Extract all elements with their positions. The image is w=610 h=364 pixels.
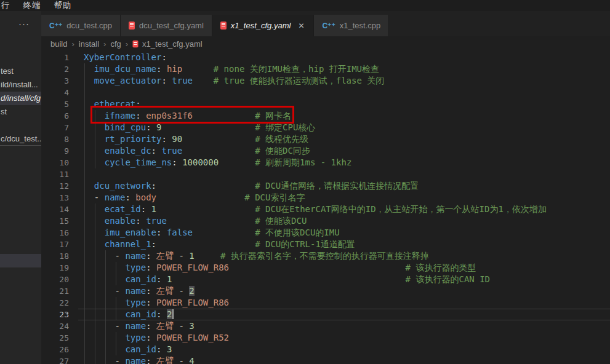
sidebar-item[interactable]: test [0, 65, 41, 78]
code-line[interactable]: 25 type: POWER_FLOW_R52 [41, 332, 610, 344]
line-number[interactable]: 22 [41, 297, 69, 309]
code-token: # DCU在EtherCAT网络中的ID，从主站开始，第一个从站ID为1，依次增… [255, 204, 547, 214]
code-line[interactable]: 22 type: POWER_FLOW_R86 [41, 297, 610, 309]
line-number[interactable]: 12 [41, 180, 69, 192]
code-token [193, 76, 214, 85]
code-line[interactable]: 18 - name: 左臂 - 1 # 执行器索引名字，不需要控制的执行器可直接… [41, 250, 610, 262]
line-number[interactable]: 10 [41, 157, 69, 168]
line-number[interactable]: 25 [41, 332, 69, 344]
code-line[interactable]: 13 - name: body # DCU索引名字 [41, 192, 610, 204]
code-line[interactable]: 10 cycle_time_ns: 1000000 # 刷新周期1ms - 1k… [41, 157, 610, 168]
line-number[interactable]: 26 [41, 344, 69, 355]
line-number[interactable]: 1 [41, 52, 69, 63]
code-line[interactable]: 3 move_actuator: true # true 使能执行器运动测试，f… [41, 75, 610, 87]
code-token: 1000000 [182, 157, 219, 167]
code-token: ethercat [94, 99, 135, 109]
code-line[interactable]: 2 imu_dcu_name: hip # none 关闭IMU检查，hip 打… [41, 63, 610, 75]
line-number[interactable]: 15 [41, 215, 69, 227]
code-line[interactable]: 19 type: POWER_FLOW_R86 # 该执行器的类型 [41, 262, 610, 274]
code-line[interactable]: 20 can_id: 1 # 该执行器的CAN ID [41, 274, 610, 285]
line-number[interactable]: 16 [41, 227, 69, 239]
code-line[interactable]: 15 enable: true # 使能该DCU [41, 215, 610, 227]
breadcrumb-segment[interactable]: cfg [110, 39, 121, 49]
tab-dcu_test_cfg.yaml[interactable]: dcu_test_cfg.yaml [121, 15, 212, 36]
line-number[interactable]: 17 [41, 239, 69, 250]
sidebar-item[interactable]: d/install/cfg [0, 92, 41, 105]
code-token [195, 251, 220, 261]
sidebar: ··· testild/install...d/install/cfgstc/d… [0, 11, 41, 364]
line-number[interactable]: 11 [41, 168, 69, 180]
menu-item[interactable]: 帮助 [54, 0, 72, 11]
line-number[interactable]: 3 [41, 75, 69, 87]
code-token: - [174, 286, 189, 296]
line-number[interactable]: 14 [41, 204, 69, 215]
code-token [84, 64, 94, 74]
line-number[interactable]: 7 [41, 122, 69, 133]
code-line[interactable]: 4 [41, 87, 610, 98]
code-line[interactable]: 27 - name: 左臂 - 4 [41, 355, 610, 364]
sidebar-item[interactable]: c/dcu_test... [0, 132, 41, 146]
tab-x1_test_cfg.yaml[interactable]: x1_test_cfg.yaml✕ [212, 15, 315, 36]
code-token: imu_enable [105, 228, 156, 237]
code-line[interactable]: 7 bind_cpu: 9 # 绑定CPU核心 [41, 122, 610, 133]
code-line[interactable]: 23 can_id: 2 [41, 309, 610, 320]
tab-dcu_test.cpp[interactable]: C⁺⁺dcu_test.cpp [41, 15, 121, 36]
sidebar-item[interactable]: ild/install... [0, 78, 41, 92]
code-text: - name: 左臂 - 1 # 执行器索引名字，不需要控制的执行器可直接注释掉 [84, 250, 429, 262]
line-number[interactable]: 23 [41, 309, 69, 320]
line-number[interactable]: 8 [41, 133, 69, 145]
line-number[interactable]: 4 [41, 87, 69, 98]
code-line[interactable]: 21 - name: 左臂 - 2 [41, 285, 610, 297]
line-number[interactable]: 24 [41, 320, 69, 332]
code-text: can_id: 1 # 该执行器的CAN ID [84, 274, 490, 285]
code-token: # 网卡名 [255, 111, 291, 121]
code-token: name [125, 251, 146, 261]
code-token: enable_dc [105, 146, 151, 156]
code-line[interactable]: 17 channel_1: # DCU的CTRL-1通道配置 [41, 239, 610, 250]
code-token [84, 146, 105, 156]
code-token: 1 [189, 251, 194, 261]
sidebar-item[interactable]: st [0, 105, 41, 119]
line-number[interactable]: 19 [41, 262, 69, 274]
menu-item[interactable]: 终端 [23, 0, 41, 11]
line-number[interactable]: 20 [41, 274, 69, 285]
code-line[interactable]: 14 ecat_id: 1 # DCU在EtherCAT网络中的ID，从主站开始… [41, 204, 610, 215]
code-token: # 绑定CPU核心 [255, 122, 315, 132]
line-number[interactable]: 2 [41, 63, 69, 75]
code-token [84, 333, 125, 342]
line-number[interactable]: 18 [41, 250, 69, 262]
code-line[interactable]: 26 can_id: 3 [41, 344, 610, 355]
breadcrumb-segment[interactable]: install [79, 39, 99, 49]
code-line[interactable]: 11 [41, 168, 610, 180]
line-number[interactable]: 21 [41, 285, 69, 297]
code-text: - name: 左臂 - 2 [84, 285, 195, 297]
close-icon[interactable]: ✕ [297, 22, 305, 30]
code-line[interactable]: 5 ethercat: [41, 98, 610, 110]
line-number[interactable]: 13 [41, 192, 69, 204]
code-token: name [125, 356, 146, 364]
line-number[interactable]: 9 [41, 145, 69, 157]
sidebar-item[interactable] [0, 254, 41, 267]
breadcrumb-file[interactable]: x1_test_cfg.yaml [132, 39, 203, 49]
code-token: # 执行器索引名字，不需要控制的执行器可直接注释掉 [220, 251, 429, 261]
line-number[interactable]: 5 [41, 98, 69, 110]
code-line[interactable]: 24 - name: 左臂 - 3 [41, 320, 610, 332]
line-number[interactable]: 6 [41, 110, 69, 122]
more-actions-icon[interactable]: ··· [18, 18, 30, 29]
line-number[interactable]: 27 [41, 355, 69, 364]
menu-item[interactable]: 行 [1, 0, 10, 11]
code-text: imu_dcu_name: hip # none 关闭IMU检查，hip 打开I… [84, 63, 379, 75]
code-line[interactable]: 8 rt_priority: 90 # 线程优先级 [41, 133, 610, 145]
code-line[interactable]: 16 imu_enable: false # 不使用该DCU的IMU [41, 227, 610, 239]
editor[interactable]: 1XyberController:2 imu_dcu_name: hip # n… [41, 52, 610, 364]
tab-x1_test.cpp[interactable]: C⁺⁺x1_test.cpp [314, 15, 389, 36]
breadcrumb-segment[interactable]: build [50, 39, 67, 49]
code-token [84, 309, 125, 319]
code-line[interactable]: 12 dcu_network: # DCU通信网络，请根据实机连接情况配置 [41, 180, 610, 192]
code-token: POWER_FLOW_R86 [156, 298, 229, 307]
code-line[interactable]: 9 enable_dc: true # 使能DC同步 [41, 145, 610, 157]
code-token: : [161, 134, 172, 144]
code-line[interactable]: 1XyberController: [41, 52, 610, 63]
code-line[interactable]: 6 ifname: enp0s31f6 # 网卡名 [41, 110, 610, 122]
code-token [84, 263, 125, 272]
